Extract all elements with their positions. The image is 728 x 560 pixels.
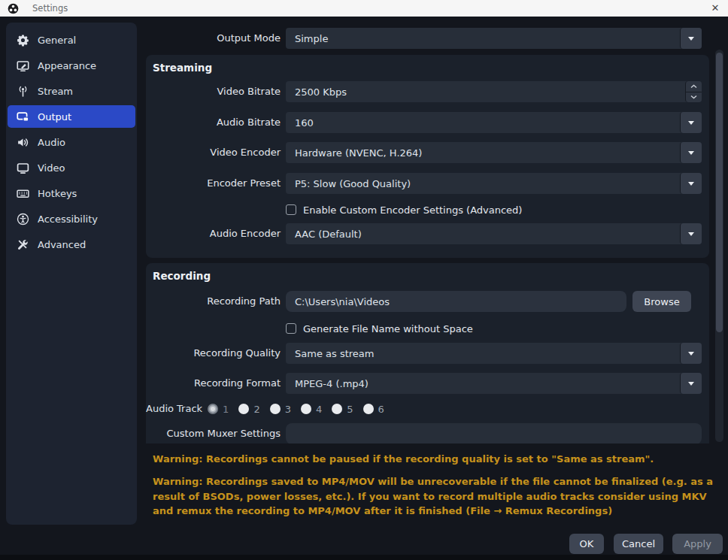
sidebar-item-label: Video: [38, 162, 65, 174]
encoder-preset-select[interactable]: P5: Slow (Good Quality): [286, 173, 702, 194]
stream-icon: [17, 85, 29, 98]
audio-encoder-value: AAC (Default): [295, 229, 362, 240]
audio-track-label: Audio Track: [146, 403, 202, 415]
sidebar-item-hotkeys[interactable]: Hotkeys: [8, 182, 135, 204]
sidebar-item-label: Audio: [38, 137, 65, 148]
output-mode-select[interactable]: Simple: [286, 28, 702, 49]
warning-pause-text: Warning: Recordings cannot be paused if …: [153, 452, 715, 467]
video-bitrate-label: Video Bitrate: [146, 81, 281, 102]
custom-muxer-input[interactable]: [286, 423, 702, 443]
audio-track-option-5[interactable]: 5: [332, 404, 353, 415]
sidebar-item-output[interactable]: Output: [8, 105, 135, 128]
scrollbar-thumb[interactable]: [716, 53, 723, 332]
radio-icon[interactable]: [238, 404, 249, 414]
chevron-down-icon[interactable]: [680, 112, 702, 133]
recording-format-label: Recording Format: [146, 373, 281, 394]
filename-without-space-label: Generate File Name without Space: [303, 323, 473, 334]
custom-muxer-label: Custom Muxer Settings: [146, 423, 281, 443]
spin-down-icon[interactable]: [686, 92, 702, 103]
video-encoder-value: Hardware (NVENC, H.264): [295, 147, 422, 159]
video-bitrate-row: Video Bitrate 2500 Kbps: [146, 81, 702, 102]
browse-button[interactable]: Browse: [632, 291, 691, 312]
warning-mp4-text: Warning: Recordings saved to MP4/MOV wil…: [153, 474, 721, 519]
video-encoder-label: Video Encoder: [146, 142, 281, 163]
audio-bitrate-row: Audio Bitrate 160: [146, 112, 702, 133]
audio-encoder-label: Audio Encoder: [146, 223, 281, 244]
vertical-scrollbar[interactable]: [715, 50, 723, 442]
streaming-groupbox: Streaming Video Bitrate 2500 Kbps Audio …: [146, 55, 709, 258]
audio-bitrate-select[interactable]: 160: [286, 112, 702, 133]
sidebar-item-appearance[interactable]: Appearance: [8, 54, 135, 77]
sidebar-item-label: Advanced: [38, 239, 86, 250]
custom-encoder-settings-label: Enable Custom Encoder Settings (Advanced…: [303, 204, 522, 216]
radio-icon[interactable]: [301, 404, 311, 414]
close-icon[interactable]: ✕: [708, 1, 723, 16]
chevron-down-icon[interactable]: [680, 173, 702, 194]
radio-icon[interactable]: [332, 404, 342, 414]
recording-groupbox: Recording Recording Path Browse Generate…: [146, 263, 709, 443]
chevron-down-icon[interactable]: [680, 223, 702, 244]
sidebar-item-video[interactable]: Video: [8, 156, 135, 179]
custom-muxer-row: Custom Muxer Settings: [146, 423, 702, 443]
advanced-icon: [17, 238, 29, 251]
audio-track-row: Audio Track 1 2 3 4: [146, 403, 394, 415]
recording-format-value: MPEG-4 (.mp4): [295, 378, 369, 389]
recording-path-row: Recording Path Browse: [146, 291, 702, 312]
audio-encoder-select[interactable]: AAC (Default): [286, 223, 702, 244]
audio-bitrate-label: Audio Bitrate: [146, 112, 281, 133]
recording-quality-label: Recording Quality: [146, 343, 281, 364]
spin-up-icon[interactable]: [686, 81, 702, 92]
audio-track-option-2[interactable]: 2: [238, 404, 259, 415]
chevron-down-icon[interactable]: [680, 373, 702, 394]
window-bottom-edge: [0, 555, 728, 560]
sidebar-item-label: Appearance: [38, 60, 96, 71]
filename-without-space-row: Generate File Name without Space: [286, 322, 473, 334]
encoder-preset-label: Encoder Preset: [146, 173, 281, 194]
recording-quality-select[interactable]: Same as stream: [286, 343, 702, 364]
radio-icon[interactable]: [363, 404, 374, 414]
video-icon: [17, 162, 29, 174]
chevron-down-icon[interactable]: [680, 142, 702, 163]
sidebar-item-stream[interactable]: Stream: [8, 80, 135, 102]
audio-track-option-6[interactable]: 6: [363, 404, 384, 415]
ok-button[interactable]: OK: [569, 534, 604, 554]
hotkeys-icon: [17, 187, 29, 200]
output-mode-row: Output Mode Simple: [0, 28, 702, 49]
video-encoder-row: Video Encoder Hardware (NVENC, H.264): [146, 142, 702, 163]
apply-button[interactable]: Apply: [672, 534, 723, 554]
video-bitrate-spinner[interactable]: 2500 Kbps: [286, 81, 702, 102]
chevron-down-icon[interactable]: [680, 343, 702, 364]
custom-encoder-settings-checkbox[interactable]: [286, 204, 296, 215]
recording-format-row: Recording Format MPEG-4 (.mp4): [146, 373, 702, 394]
sidebar-item-label: Output: [38, 111, 71, 123]
sidebar-item-audio[interactable]: Audio: [8, 131, 135, 153]
radio-selected-icon[interactable]: [208, 404, 218, 414]
chevron-down-icon[interactable]: [680, 28, 702, 49]
sidebar-item-accessibility[interactable]: Accessibility: [8, 207, 135, 230]
encoder-preset-row: Encoder Preset P5: Slow (Good Quality): [146, 173, 702, 194]
output-icon: [17, 110, 29, 123]
cancel-button[interactable]: Cancel: [614, 534, 663, 554]
audio-track-option-1[interactable]: 1: [208, 404, 229, 415]
appearance-icon: [17, 59, 29, 72]
recording-path-input[interactable]: [286, 291, 626, 312]
radio-icon[interactable]: [270, 404, 281, 414]
settings-window: Settings ✕ General Appearance Stream Out…: [0, 0, 728, 560]
recording-quality-row: Recording Quality Same as stream: [146, 343, 702, 364]
sidebar-item-advanced[interactable]: Advanced: [8, 233, 135, 256]
audio-track-option-3[interactable]: 3: [270, 404, 291, 415]
recording-format-select[interactable]: MPEG-4 (.mp4): [286, 373, 702, 394]
audio-track-option-4[interactable]: 4: [301, 404, 322, 415]
audio-icon: [17, 136, 29, 149]
streaming-header: Streaming: [153, 62, 212, 74]
filename-without-space-checkbox[interactable]: [286, 323, 296, 334]
sidebar-item-label: Hotkeys: [38, 188, 77, 199]
encoder-preset-value: P5: Slow (Good Quality): [295, 178, 411, 189]
sidebar-item-label: Accessibility: [38, 213, 98, 225]
video-encoder-select[interactable]: Hardware (NVENC, H.264): [286, 142, 702, 163]
custom-encoder-settings-row: Enable Custom Encoder Settings (Advanced…: [286, 204, 522, 216]
audio-bitrate-value: 160: [295, 117, 314, 129]
accessibility-icon: [17, 213, 29, 226]
output-mode-value: Simple: [295, 33, 328, 44]
spinner-buttons: [685, 81, 702, 102]
